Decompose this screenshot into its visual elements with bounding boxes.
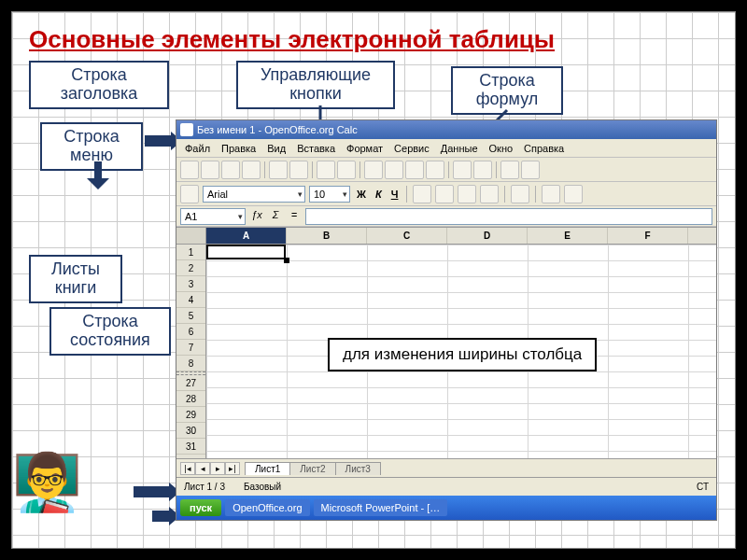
calc-titlebar: Без имени 1 - OpenOffice.org Calc bbox=[176, 120, 716, 139]
start-button[interactable]: пуск bbox=[180, 499, 221, 516]
merge-cells-icon[interactable] bbox=[511, 185, 529, 203]
menu-data[interactable]: Данные bbox=[436, 141, 483, 156]
active-cell-cursor bbox=[206, 245, 286, 259]
toolbar-formatting: Arial 10 Ж К Ч bbox=[176, 182, 716, 206]
save-icon[interactable] bbox=[221, 161, 240, 179]
label-control-buttons: Управляющие кнопки bbox=[236, 61, 395, 109]
print-icon[interactable] bbox=[289, 161, 308, 179]
cell-grid[interactable]: для изменения ширины столбца bbox=[206, 245, 716, 458]
align-left-icon[interactable] bbox=[413, 185, 431, 203]
row-header[interactable]: 3 bbox=[176, 276, 205, 292]
col-header-b[interactable]: B bbox=[287, 228, 367, 244]
mail-icon[interactable] bbox=[242, 161, 261, 179]
tab-nav-next[interactable]: ▸ bbox=[210, 462, 225, 475]
label-formula-bar: Строка формул bbox=[451, 66, 563, 115]
windows-taskbar: пуск OpenOffice.org Microsoft PowerPoint… bbox=[176, 496, 716, 520]
underline-button[interactable]: Ч bbox=[388, 189, 402, 200]
currency-icon[interactable] bbox=[542, 185, 560, 203]
copy-icon[interactable] bbox=[385, 161, 403, 179]
row-header[interactable]: 29 bbox=[176, 407, 205, 423]
taskbar-item-powerpoint[interactable]: Microsoft PowerPoint - [… bbox=[314, 499, 448, 516]
menu-edit[interactable]: Правка bbox=[217, 141, 261, 156]
grid-area[interactable]: 1 2 3 4 5 6 7 8 27 28 29 30 31 A B C bbox=[176, 227, 716, 458]
slide: Основные элементы электронной таблицы Ст… bbox=[11, 11, 736, 549]
label-titlebar: Строка заголовка bbox=[29, 61, 169, 109]
status-sheet: Лист 1 / 3 bbox=[184, 482, 225, 492]
italic-button[interactable]: К bbox=[373, 189, 385, 200]
status-std: СТ bbox=[697, 482, 709, 492]
tab-nav-prev[interactable]: ◂ bbox=[195, 462, 210, 475]
teacher-clipart: 👨‍🏫 bbox=[12, 455, 82, 511]
align-center-icon[interactable] bbox=[435, 185, 454, 203]
formula-input[interactable] bbox=[305, 208, 712, 225]
formula-bar: A1 ƒx Σ = bbox=[176, 206, 716, 227]
menu-view[interactable]: Вид bbox=[262, 141, 290, 156]
row-header[interactable]: 30 bbox=[176, 423, 205, 439]
tab-nav-last[interactable]: ▸| bbox=[225, 462, 240, 475]
export-pdf-icon[interactable] bbox=[269, 161, 288, 179]
label-sheets: Листы книги bbox=[29, 255, 122, 303]
col-header-c[interactable]: C bbox=[367, 228, 447, 244]
open-icon[interactable] bbox=[201, 161, 219, 179]
menu-window[interactable]: Окно bbox=[485, 141, 518, 156]
sum-button[interactable]: Σ bbox=[268, 209, 283, 224]
menu-format[interactable]: Формат bbox=[342, 141, 388, 156]
row-header[interactable]: 8 bbox=[176, 356, 205, 371]
sort-asc-icon[interactable] bbox=[500, 161, 519, 179]
align-right-icon[interactable] bbox=[458, 185, 476, 203]
row-header[interactable]: 27 bbox=[176, 375, 205, 391]
undo-icon[interactable] bbox=[453, 161, 472, 179]
taskbar-item-openoffice[interactable]: OpenOffice.org bbox=[225, 499, 309, 516]
sheet-tab-2[interactable]: Лист2 bbox=[289, 462, 335, 475]
row-header[interactable]: 5 bbox=[176, 308, 205, 324]
new-icon[interactable] bbox=[180, 161, 199, 179]
name-box[interactable]: A1 bbox=[180, 208, 246, 225]
paste-icon[interactable] bbox=[405, 161, 424, 179]
select-all-corner[interactable] bbox=[176, 228, 205, 245]
sheet-tab-1[interactable]: Лист1 bbox=[245, 462, 290, 475]
annotation-column-width: для изменения ширины столбца bbox=[328, 338, 597, 371]
align-justify-icon[interactable] bbox=[480, 185, 499, 203]
arrow-sheets bbox=[134, 483, 180, 501]
app-icon bbox=[180, 123, 193, 136]
cut-icon[interactable] bbox=[364, 161, 383, 179]
font-size-combo[interactable]: 10 bbox=[309, 186, 350, 203]
menu-insert[interactable]: Вставка bbox=[292, 141, 340, 156]
status-bar: Лист 1 / 3 Базовый СТ bbox=[176, 477, 716, 496]
menu-file[interactable]: Файл bbox=[180, 141, 215, 156]
equals-button[interactable]: = bbox=[287, 209, 302, 224]
col-header-d[interactable]: D bbox=[447, 228, 528, 244]
sheet-tab-3[interactable]: Лист3 bbox=[335, 462, 381, 475]
label-statusbar: Строка состояния bbox=[49, 307, 171, 356]
menu-help[interactable]: Справка bbox=[519, 141, 569, 156]
tab-nav-first[interactable]: |◂ bbox=[180, 462, 195, 475]
col-header-a[interactable]: A bbox=[206, 228, 287, 244]
row-headers: 1 2 3 4 5 6 7 8 27 28 29 30 31 bbox=[176, 228, 206, 458]
row-header[interactable]: 6 bbox=[176, 324, 205, 340]
row-header[interactable]: 4 bbox=[176, 292, 205, 308]
label-menubar: Строка меню bbox=[40, 122, 143, 171]
row-header[interactable]: 2 bbox=[176, 260, 205, 276]
toolbar-standard bbox=[176, 158, 716, 182]
font-name-combo[interactable]: Arial bbox=[203, 186, 305, 203]
sort-desc-icon[interactable] bbox=[521, 161, 540, 179]
styles-icon[interactable] bbox=[180, 185, 199, 203]
col-header-f[interactable]: F bbox=[608, 228, 688, 244]
format-paint-icon[interactable] bbox=[426, 161, 444, 179]
row-header[interactable]: 1 bbox=[176, 245, 205, 260]
row-header[interactable]: 7 bbox=[176, 340, 205, 356]
fill-handle[interactable] bbox=[284, 258, 289, 263]
bold-button[interactable]: Ж bbox=[354, 189, 369, 200]
row-header[interactable]: 28 bbox=[176, 391, 205, 407]
percent-icon[interactable] bbox=[564, 185, 583, 203]
menubar[interactable]: Файл Правка Вид Вставка Формат Сервис Да… bbox=[176, 139, 716, 158]
redo-icon[interactable] bbox=[473, 161, 492, 179]
spellcheck-icon[interactable] bbox=[317, 161, 335, 179]
menu-tools[interactable]: Сервис bbox=[389, 141, 434, 156]
fx-button[interactable]: ƒx bbox=[249, 209, 264, 224]
autospell-icon[interactable] bbox=[337, 161, 356, 179]
window-title: Без имени 1 - OpenOffice.org Calc bbox=[197, 124, 358, 135]
col-header-e[interactable]: E bbox=[528, 228, 608, 244]
column-headers: A B C D E F bbox=[206, 228, 716, 245]
row-header[interactable]: 31 bbox=[176, 439, 205, 455]
